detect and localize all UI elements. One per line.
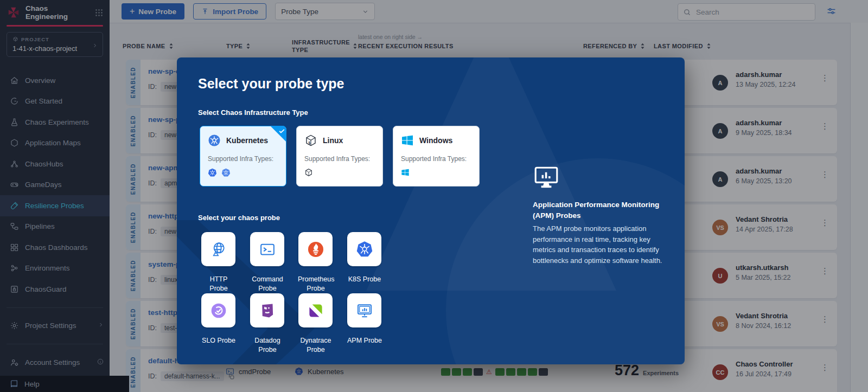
modal-title: Select your probe type — [198, 76, 344, 92]
probe-tile-apm[interactable] — [347, 293, 381, 327]
windows-icon — [401, 168, 410, 177]
kubernetes-icon — [221, 168, 231, 177]
app-root: Chaos Engineering PROJECT 1-41-x-chaos-p… — [0, 0, 868, 392]
probe-tile-label: HTTP Probe — [201, 275, 237, 293]
supported-infra-icons — [208, 168, 278, 177]
datadog-icon — [259, 303, 276, 319]
probe-info-heading: Application Performance Monitoring (APM)… — [533, 200, 679, 221]
dynatrace-icon — [307, 302, 324, 319]
probe-tile-label: Command Probe — [250, 275, 285, 293]
infra-card-windows[interactable]: Windows Supported Infra Types: — [393, 126, 480, 187]
probe-tile-prometheus[interactable] — [298, 232, 333, 266]
probe-tile-label: Datadog Probe — [250, 336, 285, 355]
probe-tile-dynatrace[interactable] — [298, 293, 333, 327]
probe-tile-slo[interactable] — [201, 293, 235, 327]
infra-card-linux[interactable]: $ Linux Supported Infra Types: — [296, 126, 383, 187]
infra-card-name: Kubernetes — [226, 136, 268, 145]
probe-tile-label: K8S Probe — [347, 275, 382, 284]
probe-tile-label: Prometheus Probe — [298, 275, 334, 293]
check-icon — [278, 127, 285, 134]
kubernetes-icon — [208, 168, 217, 177]
http-globe-warning-icon — [210, 241, 227, 258]
probe-tile-label: APM Probe — [347, 336, 382, 345]
probe-tile-datadog[interactable] — [250, 293, 284, 327]
supported-infra-icons — [401, 168, 471, 177]
infra-card-name: Windows — [419, 136, 452, 145]
infra-card-kubernetes[interactable]: Kubernetes Supported Infra Types: — [200, 126, 286, 187]
probe-info-body: The APM probe monitors application perfo… — [533, 223, 666, 266]
probe-tile-label: SLO Probe — [201, 336, 237, 345]
infra-card-name: Linux — [323, 136, 343, 145]
infra-section-label: Select Chaos Infrastructure Type — [198, 108, 308, 117]
kubernetes-icon — [356, 241, 373, 258]
probe-tile-label: Dynatrace Probe — [298, 336, 334, 355]
probe-tile-command[interactable] — [250, 232, 284, 266]
windows-icon — [401, 134, 414, 147]
terminal-icon — [259, 241, 276, 258]
infra-card-header: $ Linux — [304, 134, 375, 147]
selected-check-corner — [270, 126, 286, 142]
apm-monitor-icon-large — [533, 164, 560, 193]
supported-infra-icons — [304, 168, 375, 177]
probe-tile-k8s[interactable] — [347, 232, 381, 266]
supported-infra-label: Supported Infra Types: — [208, 155, 278, 163]
linux-icon — [304, 168, 313, 177]
svg-text:$: $ — [309, 141, 311, 145]
probe-section-label: Select your chaos probe — [198, 214, 280, 222]
supported-infra-label: Supported Infra Types: — [401, 155, 471, 163]
infra-card-header: Windows — [401, 134, 471, 147]
supported-infra-label: Supported Infra Types: — [304, 155, 375, 163]
prometheus-icon — [307, 241, 324, 258]
apm-monitor-icon — [356, 302, 373, 319]
linux-icon: $ — [304, 134, 317, 147]
probe-type-modal: Select your probe type Select Chaos Infr… — [177, 57, 685, 364]
probe-tile-http[interactable] — [201, 232, 235, 266]
kubernetes-icon — [208, 134, 221, 147]
infra-card-header: Kubernetes — [208, 134, 278, 147]
slo-gauge-icon — [210, 302, 227, 319]
